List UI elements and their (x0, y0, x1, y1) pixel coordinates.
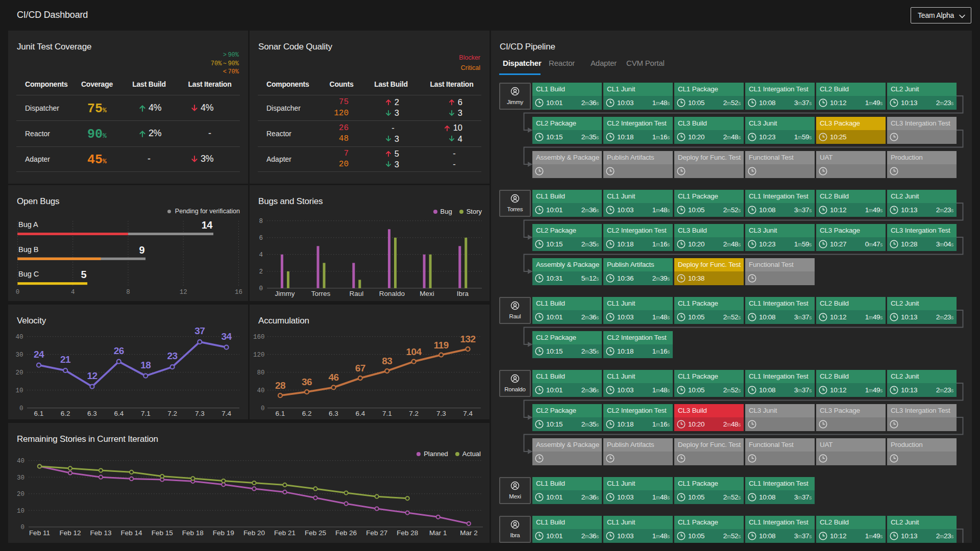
svg-text:Ronaldo: Ronaldo (379, 290, 405, 297)
svg-text:10: 10 (15, 387, 23, 394)
svg-text:21: 21 (60, 354, 71, 365)
svg-text:Feb 14: Feb 14 (121, 529, 143, 537)
svg-text:10: 10 (17, 508, 24, 515)
svg-text:Feb 25: Feb 25 (305, 529, 326, 537)
svg-text:83: 83 (382, 356, 392, 366)
svg-text:Feb 18: Feb 18 (182, 529, 204, 537)
svg-text:0: 0 (20, 524, 24, 531)
svg-text:40: 40 (257, 387, 264, 394)
svg-text:0: 0 (261, 405, 265, 412)
svg-text:Mar 2: Mar 2 (460, 529, 478, 537)
svg-text:6.1: 6.1 (276, 410, 285, 417)
svg-text:7.3: 7.3 (195, 410, 205, 417)
svg-text:20: 20 (15, 369, 23, 377)
svg-text:4: 4 (71, 289, 75, 296)
svg-text:7.1: 7.1 (141, 410, 151, 417)
svg-text:Feb 19: Feb 19 (213, 529, 234, 537)
svg-text:Jimmy: Jimmy (275, 290, 295, 297)
svg-text:104: 104 (406, 346, 422, 357)
svg-text:16: 16 (235, 289, 242, 296)
svg-text:80: 80 (257, 369, 264, 377)
svg-text:12: 12 (180, 289, 187, 296)
svg-text:6: 6 (259, 235, 263, 242)
svg-text:Ibra: Ibra (457, 290, 469, 297)
svg-text:30: 30 (15, 352, 23, 359)
svg-text:132: 132 (460, 334, 475, 344)
svg-text:0: 0 (19, 405, 23, 412)
svg-text:Feb 15: Feb 15 (152, 529, 173, 537)
svg-text:34: 34 (222, 331, 232, 342)
svg-text:40: 40 (17, 458, 24, 465)
svg-text:30: 30 (17, 474, 24, 482)
svg-text:23: 23 (167, 350, 178, 361)
svg-text:6.1: 6.1 (34, 410, 44, 417)
svg-text:120: 120 (253, 352, 265, 359)
svg-text:37: 37 (194, 325, 205, 336)
svg-text:Feb 12: Feb 12 (59, 529, 81, 537)
svg-text:Feb 26: Feb 26 (335, 529, 357, 537)
svg-text:Torres: Torres (311, 290, 331, 297)
svg-text:Feb 27: Feb 27 (366, 529, 387, 537)
svg-text:Feb 11: Feb 11 (29, 529, 50, 537)
svg-text:18: 18 (140, 360, 151, 370)
svg-text:7.4: 7.4 (463, 410, 473, 417)
svg-text:2: 2 (259, 268, 263, 276)
svg-text:119: 119 (434, 340, 449, 350)
svg-text:6.4: 6.4 (114, 410, 124, 417)
svg-text:Mexi: Mexi (420, 290, 434, 297)
svg-text:6.3: 6.3 (329, 410, 338, 417)
svg-text:7.2: 7.2 (167, 410, 177, 417)
svg-text:6.2: 6.2 (61, 410, 70, 417)
svg-text:7.4: 7.4 (222, 410, 231, 417)
svg-text:7.2: 7.2 (409, 410, 419, 417)
svg-text:0: 0 (259, 285, 263, 292)
svg-text:Raul: Raul (349, 290, 363, 297)
svg-text:7.1: 7.1 (382, 410, 392, 417)
svg-text:Feb 13: Feb 13 (90, 529, 111, 537)
svg-text:Feb 21: Feb 21 (274, 529, 296, 537)
svg-text:6.2: 6.2 (302, 410, 312, 417)
svg-text:24: 24 (34, 349, 44, 360)
svg-text:8: 8 (126, 289, 130, 296)
svg-text:36: 36 (302, 377, 312, 387)
svg-text:12: 12 (87, 370, 97, 381)
svg-text:46: 46 (328, 372, 338, 383)
svg-text:160: 160 (253, 334, 265, 341)
svg-text:28: 28 (275, 380, 285, 391)
svg-text:Mar 1: Mar 1 (429, 529, 447, 537)
svg-text:0: 0 (16, 289, 20, 296)
svg-text:Feb 28: Feb 28 (397, 529, 418, 537)
svg-text:4: 4 (259, 252, 263, 259)
svg-text:40: 40 (15, 334, 23, 341)
svg-text:Feb 20: Feb 20 (243, 529, 265, 537)
svg-text:6.4: 6.4 (355, 410, 365, 417)
svg-text:26: 26 (114, 345, 124, 356)
svg-text:20: 20 (17, 491, 24, 498)
svg-text:8: 8 (259, 218, 263, 225)
svg-text:67: 67 (355, 363, 365, 373)
svg-text:7.3: 7.3 (436, 410, 446, 417)
svg-text:6.3: 6.3 (87, 410, 97, 417)
